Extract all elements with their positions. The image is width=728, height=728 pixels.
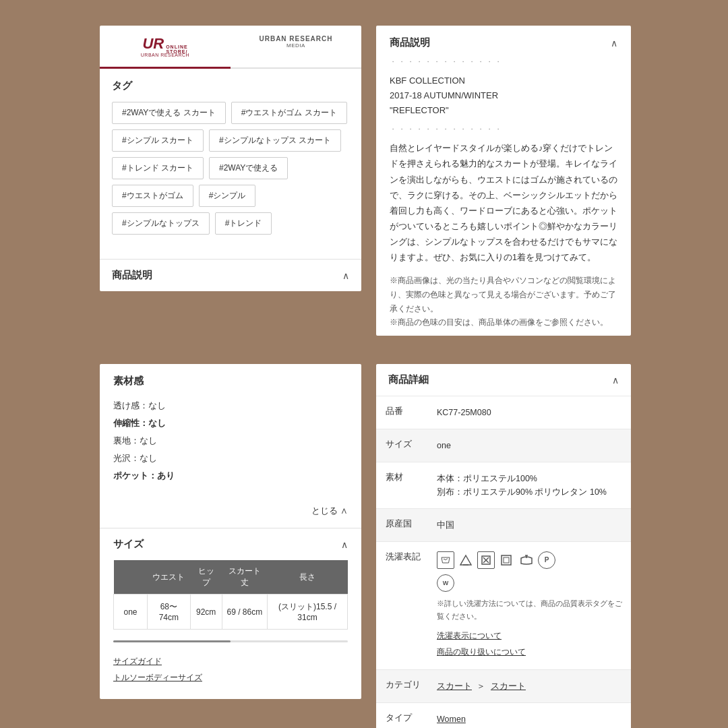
size-table: ウエスト ヒップ スカート丈 長さ one 68〜74cm 92cm 69 / … [113, 560, 348, 630]
wash-icon-w-circle: W [437, 574, 454, 592]
svg-rect-6 [504, 557, 509, 563]
size-col-header-1: ウエスト [148, 560, 191, 595]
wash-icons-row2: W [437, 574, 624, 592]
ur-letters: UR [142, 35, 164, 53]
product-desc-title-left: 商品説明 [112, 269, 152, 282]
wash-icon-cross-box [477, 551, 495, 569]
tag-5[interactable]: #トレンド スカート [112, 157, 204, 179]
brand-text: URBAN RESEARCH [141, 53, 189, 57]
detail-row-type: タイプ Women [376, 702, 631, 728]
tag-10[interactable]: #トレンド [215, 212, 272, 235]
dots-1: ・・・・・・・・・・・・・ [390, 57, 617, 67]
product-note-2: ※商品の色味の目安は、商品単体の画像をご参照ください。 [390, 315, 617, 330]
product-detail-chevron: ∧ [612, 375, 619, 386]
size-cell-0-2: 92cm [190, 595, 222, 630]
detail-row-material: 素材 本体：ポリエステル100% 別布：ポリエステル90% ポリウレタン 10% [376, 462, 631, 508]
detail-value-category: スカート ＞ スカート [430, 670, 631, 702]
detail-value-size: one [430, 429, 631, 462]
collection-info: KBF COLLECTION 2017-18 AUTUMN/WINTER "RE… [390, 73, 617, 118]
wash-icon-square [497, 551, 515, 569]
product-desc-chevron-left: ∧ [342, 270, 349, 281]
tag-1[interactable]: #2WAYで使える スカート [112, 102, 226, 124]
panel-tags: UR ONLINE STORE/ URBAN RESEARCH URBAN RE… [100, 26, 361, 291]
detail-row-category: カテゴリ スカート ＞ スカート [376, 669, 631, 702]
close-btn-row: とじる ∧ [100, 498, 361, 528]
tag-9[interactable]: #シンプルなトップス [112, 212, 210, 235]
wash-icon-iron [518, 551, 535, 569]
size-guide-link[interactable]: サイズガイド [113, 653, 348, 669]
product-desc-header-right: 商品説明 ∧ [390, 36, 617, 49]
tag-7[interactable]: #ウエストがゴム [112, 185, 193, 207]
media-subtitle: MEDIA [286, 42, 305, 49]
size-col-header-2: ヒップ [190, 560, 222, 595]
size-header[interactable]: サイズ ∧ [100, 528, 361, 560]
media-logo: URBAN RESEARCH MEDIA [237, 35, 355, 49]
size-col-header-4: 長さ [267, 560, 347, 595]
product-note-1: ※商品画像は、光の当たり具合やパソコンなどの閲覧環境により、実際の色味と異なって… [390, 274, 617, 315]
wash-icon-p-circle: P [538, 551, 555, 569]
detail-label-type: タイプ [376, 703, 430, 728]
svg-rect-5 [502, 555, 511, 565]
type-link[interactable]: Women [437, 715, 466, 724]
tags-content: タグ #2WAYで使える スカート #ウエストがゴム スカート #シンプル スカ… [100, 69, 361, 259]
wash-note: ※詳しい洗濯方法については、商品の品質表示タグをご覧ください。 [437, 597, 624, 622]
panel-product-desc: 商品説明 ∧ ・・・・・・・・・・・・・ KBF COLLECTION 2017… [376, 26, 631, 336]
tag-6[interactable]: #2WAYで使える [209, 157, 288, 179]
nav-tabs: UR ONLINE STORE/ URBAN RESEARCH URBAN RE… [100, 26, 361, 69]
category-link-1[interactable]: スカート [437, 681, 472, 691]
torso-body-link[interactable]: トルソーボディーサイズ [113, 669, 348, 686]
material-transparency: 透け感：なし [113, 397, 348, 415]
wash-link-2[interactable]: 商品の取り扱いについて [437, 644, 624, 660]
detail-label-wash: 洗濯表記 [376, 542, 430, 669]
detail-row-product-number: 品番 KC77-25M080 [376, 396, 631, 429]
product-desc-title-right: 商品説明 [390, 36, 430, 49]
online-text: ONLINE [166, 44, 187, 49]
detail-label-material: 素材 [376, 462, 430, 508]
product-detail-header: 商品詳細 ∧ [376, 364, 631, 396]
material-title: 素材感 [113, 375, 348, 388]
svg-marker-0 [460, 555, 471, 565]
detail-row-origin: 原産国 中国 [376, 508, 631, 541]
material-section: 素材感 透け感：なし 伸縮性：なし 裏地：なし 光沢：なし ポケット：あり [100, 364, 361, 498]
size-section: サイズ ∧ ウエスト ヒップ スカート丈 長さ one 68〜7 [100, 528, 361, 699]
tag-8[interactable]: #シンプル [199, 185, 256, 207]
material-gloss: 光沢：なし [113, 450, 348, 467]
tag-2[interactable]: #ウエストがゴム スカート [231, 102, 347, 124]
product-desc-chevron-right: ∧ [611, 38, 617, 49]
size-row-one: one 68〜74cm 92cm 69 / 86cm (スリット)15.5 / … [114, 595, 348, 630]
category-link-2[interactable]: スカート [491, 681, 526, 691]
detail-label-origin: 原産国 [376, 509, 430, 541]
tab-online-store[interactable]: UR ONLINE STORE/ URBAN RESEARCH [100, 26, 231, 69]
panel-product-detail: 商品詳細 ∧ 品番 KC77-25M080 サイズ one 素材 本体：ポリエス… [376, 364, 631, 728]
material-pocket: ポケット：あり [113, 467, 348, 485]
close-button[interactable]: とじる ∧ [311, 505, 348, 517]
wash-icon-tub [437, 551, 454, 569]
detail-value-type: Women [430, 703, 631, 728]
size-col-header-0 [114, 560, 148, 595]
product-desc-header-left[interactable]: 商品説明 ∧ [100, 259, 361, 291]
size-col-header-3: スカート丈 [222, 560, 267, 595]
tag-4[interactable]: #シンプルなトップス スカート [209, 129, 341, 152]
material-stretch: 伸縮性：なし [113, 415, 348, 432]
size-scroll-thumb [113, 640, 231, 642]
size-cell-0-1: 68〜74cm [148, 595, 191, 630]
size-chevron: ∧ [341, 539, 348, 550]
detail-value-product-number: KC77-25M080 [430, 396, 631, 429]
tags-title: タグ [112, 80, 349, 92]
detail-label-product-number: 品番 [376, 396, 430, 429]
tags-container: #2WAYで使える スカート #ウエストがゴム スカート #シンプル スカート … [112, 102, 349, 235]
size-cell-0-4: (スリット)15.5 / 31cm [267, 595, 347, 630]
product-detail-title: 商品詳細 [388, 373, 429, 386]
detail-row-wash: 洗濯表記 [376, 541, 631, 669]
media-title: URBAN RESEARCH [259, 35, 332, 42]
detail-value-origin: 中国 [430, 509, 631, 541]
size-guide-links: サイズガイド トルソーボディーサイズ [100, 653, 361, 699]
wash-link-1[interactable]: 洗濯表示について [437, 628, 624, 644]
detail-value-material: 本体：ポリエステル100% 別布：ポリエステル90% ポリウレタン 10% [430, 462, 631, 508]
product-description-text: 自然とレイヤードスタイルが楽しめる♪穿くだけでトレンドを押さえられる魅力的なスカ… [390, 141, 617, 266]
size-cell-0-3: 69 / 86cm [222, 595, 267, 630]
wash-icon-bleach [457, 551, 475, 569]
detail-row-size: サイズ one [376, 429, 631, 462]
tag-3[interactable]: #シンプル スカート [112, 129, 204, 152]
tab-media[interactable]: URBAN RESEARCH MEDIA [231, 26, 361, 67]
